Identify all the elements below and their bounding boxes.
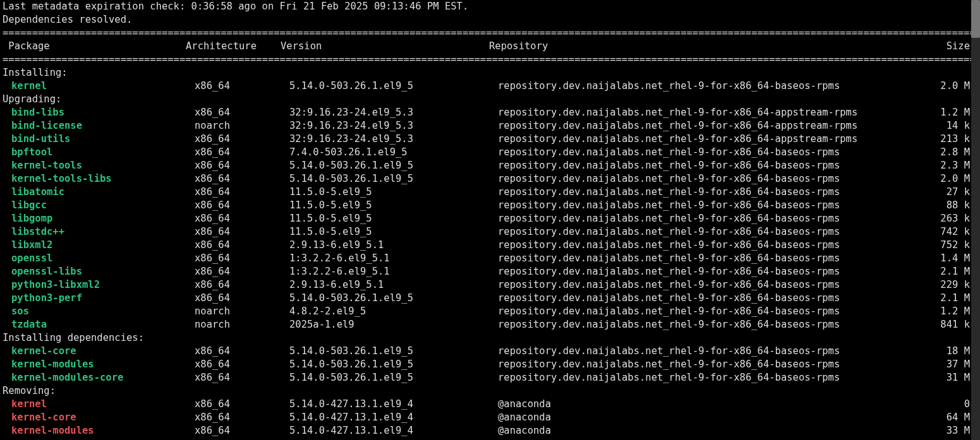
pkg-version: 2.9.13-6.el9_5.1 (289, 239, 498, 252)
pkg-version: 4.8.2-2.el9_5 (289, 305, 498, 318)
section-installing-deps: Installing dependencies: (3, 331, 972, 345)
pkg-arch: x86_64 (195, 133, 289, 146)
scrollbar-thumb[interactable] (971, 0, 980, 38)
pkg-repo: repository.dev.naijalabs.net_rhel-9-for-… (498, 119, 926, 133)
hdr-size: Size (926, 40, 972, 53)
pkg-version: 5.14.0-503.26.1.el9_5 (289, 371, 498, 384)
pkg-name: kernel-tools (3, 159, 195, 172)
hdr-repo: Repository (489, 40, 926, 53)
pkg-size: 33 M (926, 424, 972, 437)
pkg-arch: x86_64 (195, 172, 289, 186)
pkg-arch: x86_64 (195, 225, 289, 239)
terminal-output[interactable]: Last metadata expiration check: 0:36:58 … (0, 0, 975, 440)
pkg-size: 2.8 M (926, 146, 972, 159)
pkg-size: 64 M (926, 411, 972, 424)
pkg-version: 11.5.0-5.el9_5 (289, 199, 498, 212)
pkg-name: libgomp (3, 212, 195, 225)
hdr-package: Package (3, 40, 186, 53)
pkg-name: tzdata (3, 318, 195, 331)
table-row: kernel-corex86_645.14.0-503.26.1.el9_5re… (3, 345, 972, 358)
pkg-repo: @anaconda (498, 424, 926, 437)
pkg-version: 32:9.16.23-24.el9_5.3 (289, 106, 498, 119)
pkg-repo: repository.dev.naijalabs.net_rhel-9-for-… (498, 345, 926, 358)
table-row: bind-libsx86_6432:9.16.23-24.el9_5.3repo… (3, 106, 972, 119)
table-row: kernel-tools-libsx86_645.14.0-503.26.1.e… (3, 172, 972, 186)
pkg-size: 2.3 M (926, 159, 972, 172)
pkg-name: libatomic (3, 186, 195, 199)
pkg-repo: repository.dev.naijalabs.net_rhel-9-for-… (498, 265, 926, 278)
pkg-size: 37 M (926, 358, 972, 371)
table-row: bpftoolx86_647.4.0-503.26.1.el9_5reposit… (3, 146, 972, 159)
pkg-size: 752 k (926, 239, 972, 252)
pkg-name: kernel-modules-core (3, 371, 195, 384)
pkg-name: bind-utils (3, 133, 195, 146)
pkg-repo: repository.dev.naijalabs.net_rhel-9-for-… (498, 318, 926, 331)
pkg-version: 32:9.16.23-24.el9_5.3 (289, 119, 498, 133)
pkg-name: libstdc++ (3, 225, 195, 239)
table-row: libstdc++x86_6411.5.0-5.el9_5repository.… (3, 225, 972, 239)
table-row: python3-libxml2x86_642.9.13-6.el9_5.1rep… (3, 278, 972, 292)
pkg-size: 14 k (926, 119, 972, 133)
pkg-arch: x86_64 (195, 159, 289, 172)
deps-resolved-line: Dependencies resolved. (3, 13, 972, 27)
pkg-arch: x86_64 (195, 411, 289, 424)
table-row: kernel-toolsx86_645.14.0-503.26.1.el9_5r… (3, 159, 972, 172)
pkg-repo: repository.dev.naijalabs.net_rhel-9-for-… (498, 358, 926, 371)
pkg-size: 263 k (926, 212, 972, 225)
pkg-repo: repository.dev.naijalabs.net_rhel-9-for-… (498, 225, 926, 239)
pkg-version: 5.14.0-427.13.1.el9_4 (289, 424, 498, 437)
rule-mid: ========================================… (3, 53, 972, 66)
pkg-version: 5.14.0-427.13.1.el9_4 (289, 411, 498, 424)
pkg-arch: x86_64 (195, 80, 289, 93)
pkg-name: kernel-tools-libs (3, 172, 195, 186)
scrollbar[interactable] (971, 0, 980, 440)
pkg-name: kernel-modules (3, 358, 195, 371)
pkg-arch: x86_64 (195, 106, 289, 119)
pkg-version: 11.5.0-5.el9_5 (289, 186, 498, 199)
table-row: kernelx86_645.14.0-503.26.1.el9_5reposit… (3, 80, 972, 93)
pkg-repo: repository.dev.naijalabs.net_rhel-9-for-… (498, 80, 926, 93)
table-row: libgccx86_6411.5.0-5.el9_5repository.dev… (3, 199, 972, 212)
pkg-repo: repository.dev.naijalabs.net_rhel-9-for-… (498, 239, 926, 252)
pkg-name: bind-libs (3, 106, 195, 119)
pkg-repo: repository.dev.naijalabs.net_rhel-9-for-… (498, 186, 926, 199)
pkg-name: libxml2 (3, 239, 195, 252)
pkg-arch: x86_64 (195, 345, 289, 358)
pkg-name: openssl-libs (3, 265, 195, 278)
table-row: kernel-modules-corex86_645.14.0-503.26.1… (3, 371, 972, 384)
pkg-version: 2.9.13-6.el9_5.1 (289, 278, 498, 292)
table-row: bind-licensenoarch32:9.16.23-24.el9_5.3r… (3, 119, 972, 133)
pkg-name: sos (3, 305, 195, 318)
table-row: tzdatanoarch2025a-1.el9repository.dev.na… (3, 318, 972, 331)
pkg-name: kernel (3, 398, 195, 411)
pkg-version: 11.5.0-5.el9_5 (289, 212, 498, 225)
pkg-repo: repository.dev.naijalabs.net_rhel-9-for-… (498, 146, 926, 159)
section-removing: Removing: (3, 384, 972, 398)
pkg-size: 2.1 M (926, 292, 972, 305)
pkg-arch: x86_64 (195, 278, 289, 292)
pkg-arch: x86_64 (195, 398, 289, 411)
pkg-name: libgcc (3, 199, 195, 212)
pkg-repo: repository.dev.naijalabs.net_rhel-9-for-… (498, 292, 926, 305)
pkg-repo: repository.dev.naijalabs.net_rhel-9-for-… (498, 371, 926, 384)
pkg-name: bind-license (3, 119, 195, 133)
pkg-arch: x86_64 (195, 239, 289, 252)
pkg-size: 0 (926, 398, 972, 411)
pkg-repo: repository.dev.naijalabs.net_rhel-9-for-… (498, 159, 926, 172)
pkg-size: 1.4 M (926, 252, 972, 265)
table-row: python3-perfx86_645.14.0-503.26.1.el9_5r… (3, 292, 972, 305)
column-headers: Package Architecture Version Repository … (3, 40, 972, 53)
pkg-version: 5.14.0-503.26.1.el9_5 (289, 345, 498, 358)
pkg-version: 5.14.0-427.13.1.el9_4 (289, 398, 498, 411)
table-row: opensslx86_641:3.2.2-6.el9_5.1repository… (3, 252, 972, 265)
table-row: libxml2x86_642.9.13-6.el9_5.1repository.… (3, 239, 972, 252)
pkg-name: python3-perf (3, 292, 195, 305)
hdr-arch: Architecture (186, 40, 281, 53)
pkg-repo: repository.dev.naijalabs.net_rhel-9-for-… (498, 172, 926, 186)
pkg-arch: x86_64 (195, 424, 289, 437)
pkg-size: 1.2 M (926, 305, 972, 318)
pkg-repo: @anaconda (498, 411, 926, 424)
pkg-version: 1:3.2.2-6.el9_5.1 (289, 265, 498, 278)
table-row: openssl-libsx86_641:3.2.2-6.el9_5.1repos… (3, 265, 972, 278)
pkg-size: 2.0 M (926, 80, 972, 93)
